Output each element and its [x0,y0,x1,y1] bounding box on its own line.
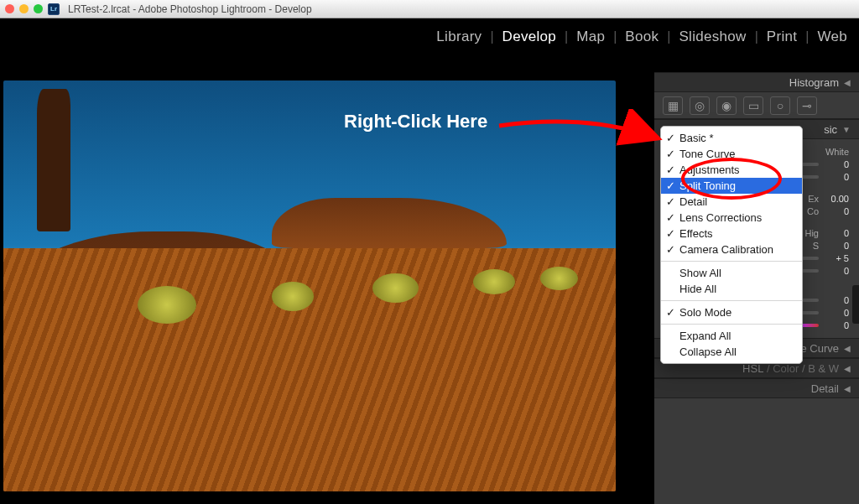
close-icon[interactable] [5,4,14,13]
nav-print[interactable]: Print [767,29,797,45]
window-title: LRTest-2.lrcat - Adobe Photoshop Lightro… [68,3,312,15]
ctx-item-camera-calibration[interactable]: Camera Calibration [661,242,802,257]
temp-value: 0 [825,159,849,169]
develop-toolstrip: ▦ ◎ ◉ ▭ ○ ⊸ [654,92,859,119]
lightroom-app-icon: Lr [48,3,60,15]
panel-detail-header[interactable]: Detail ◀ [654,378,859,398]
image-content [372,273,419,303]
shadows-value: 0 [825,241,849,251]
nav-map[interactable]: Map [576,29,605,45]
image-content [473,269,515,294]
ctx-item-effects[interactable]: Effects [661,226,802,242]
image-content [37,89,70,231]
minimize-icon[interactable] [19,4,29,13]
grad-filter-tool-icon[interactable]: ▭ [743,96,763,115]
panel-context-menu: Basic * Tone Curve Adjustments Split Ton… [660,126,803,364]
image-content [3,248,616,491]
redeye-tool-icon[interactable]: ◉ [716,96,737,115]
image-preview[interactable] [3,81,616,491]
collapse-triangle-icon: ◀ [844,364,851,373]
image-content [272,282,314,311]
image-content [272,198,507,248]
panel-histogram-label: Histogram [789,76,839,89]
crop-tool-icon[interactable]: ▦ [663,96,683,115]
nav-web[interactable]: Web [817,29,847,45]
collapse-triangle-icon: ◀ [844,384,851,393]
image-content [540,267,578,290]
contrast-value: 0 [825,206,849,216]
ctx-item-adjustments[interactable]: Adjustments [661,162,802,178]
collapse-triangle-icon: ▼ [842,125,851,134]
ctx-item-split-toning[interactable]: Split Toning [661,178,802,194]
collapse-triangle-icon: ◀ [844,78,851,87]
ctx-item-expand-all[interactable]: Expand All [661,328,802,344]
panel-basic-label: sic [824,123,837,136]
radial-filter-tool-icon[interactable]: ○ [770,96,790,115]
clarity-value: 0 [825,295,849,305]
blacks-value: 0 [825,266,849,276]
ctx-item-lens-corrections[interactable]: Lens Corrections [661,210,802,226]
vibrance-value: 0 [825,308,849,318]
macos-titlebar: Lr LRTest-2.lrcat - Adobe Photoshop Ligh… [0,0,859,18]
highlights-value: 0 [825,228,849,238]
collapse-triangle-icon: ◀ [844,344,851,353]
tint-value: 0 [825,172,849,182]
nav-book[interactable]: Book [625,29,659,45]
ctx-item-tone-curve[interactable]: Tone Curve [661,146,802,162]
panel-bw-label: B & W [808,362,839,375]
nav-library[interactable]: Library [436,29,482,45]
right-panel-expand-handle[interactable] [852,285,859,324]
nav-develop[interactable]: Develop [502,29,556,45]
ctx-item-show-all[interactable]: Show All [661,265,802,281]
window-controls [5,4,43,13]
ctx-item-basic[interactable]: Basic * [661,130,802,146]
ctx-item-collapse-all[interactable]: Collapse All [661,344,802,360]
saturation-value: 0 [825,320,849,330]
ctx-item-detail[interactable]: Detail [661,194,802,210]
treatment-white[interactable]: White [825,147,849,157]
exposure-value: 0.00 [825,194,849,204]
spot-tool-icon[interactable]: ◎ [690,96,710,115]
ctx-item-solo-mode[interactable]: Solo Mode [661,304,802,320]
panel-detail-label: Detail [811,382,839,395]
nav-slideshow[interactable]: Slideshow [679,29,746,45]
image-content [138,286,196,324]
zoom-icon[interactable] [34,4,43,13]
brush-tool-icon[interactable]: ⊸ [797,96,817,115]
ctx-item-hide-all[interactable]: Hide All [661,281,802,297]
whites-value: + 5 [825,253,849,263]
module-nav: Library| Develop| Map| Book| Slideshow| … [0,18,859,55]
panel-histogram-header[interactable]: Histogram ◀ [654,72,859,92]
